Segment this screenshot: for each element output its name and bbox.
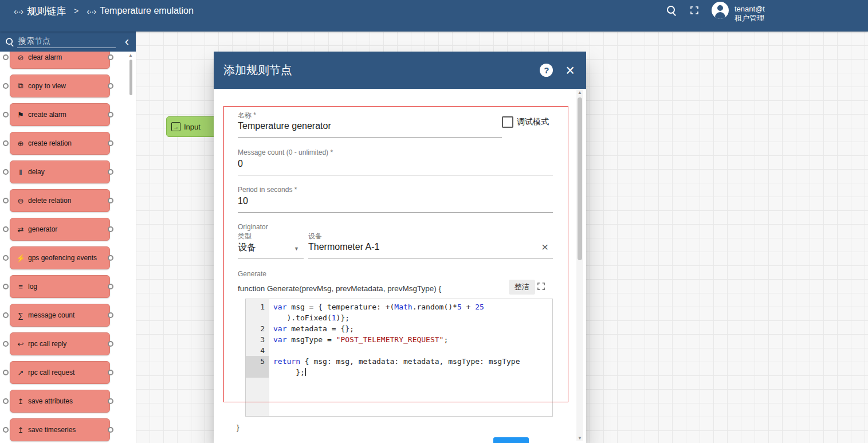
node-item-generator[interactable]: ⇄generator [0, 218, 136, 241]
node-input-port[interactable] [3, 255, 9, 261]
code-line[interactable]: }; [270, 367, 552, 378]
fullscreen-icon[interactable] [689, 5, 700, 15]
node-list-scrollbar[interactable]: ▲ [128, 53, 134, 440]
node-item-gps-geofencing-events[interactable]: ⚡gps geofencing events [0, 246, 136, 269]
node-label: message count [28, 311, 74, 319]
node-box[interactable]: ↗rpc call request [10, 361, 110, 384]
node-input-port[interactable] [3, 427, 9, 433]
period-input[interactable]: 10 [238, 196, 248, 206]
code-line[interactable]: var msgType = "POST_TELEMETRY_REQUEST"; [270, 334, 552, 345]
node-output-port[interactable] [108, 169, 113, 175]
node-item-create-relation[interactable]: ⊕create relation [0, 132, 136, 155]
node-item-message-count[interactable]: ∑message count [0, 304, 136, 327]
node-item-rpc-call-request[interactable]: ↗rpc call request [0, 361, 136, 384]
node-output-port[interactable] [108, 341, 113, 347]
search-icon[interactable] [666, 5, 677, 15]
node-box[interactable]: ⚡gps geofencing events [10, 246, 110, 269]
code-line[interactable]: var msg = { temperature: +(Math.random()… [270, 301, 552, 312]
node-box[interactable]: ‖delay [10, 160, 110, 183]
node-item-save-timeseries[interactable]: ↥save timeseries [0, 418, 136, 441]
node-item-save-attributes[interactable]: ↥save attributes [0, 390, 136, 413]
user-info[interactable]: tenant@t 租户管理 [735, 5, 766, 23]
node-box[interactable]: ⧉copy to view [10, 75, 110, 97]
node-box[interactable]: ⊖delete relation [10, 189, 110, 212]
node-input-port[interactable] [3, 341, 9, 347]
scroll-down-icon[interactable]: ▼ [578, 436, 582, 441]
originator-type-select[interactable]: 设备 [238, 242, 256, 254]
node-box[interactable]: ∑message count [10, 304, 110, 327]
node-input-port[interactable] [3, 398, 9, 404]
node-output-port[interactable] [108, 255, 113, 261]
code-line[interactable]: var metadata = {}; [270, 323, 552, 334]
code-lines[interactable]: var msg = { temperature: +(Math.random()… [270, 299, 552, 416]
code-line[interactable] [270, 345, 552, 356]
code-line[interactable]: ).toFixed(1)}; [270, 312, 552, 323]
node-output-port[interactable] [108, 427, 113, 433]
node-item-log[interactable]: ≡log [0, 275, 136, 298]
debug-mode-checkbox[interactable] [502, 116, 513, 128]
expand-editor-icon[interactable] [536, 281, 546, 291]
originator-type-label: 类型 [238, 232, 252, 241]
node-input-port[interactable] [3, 198, 9, 203]
node-box[interactable]: ≡log [10, 275, 110, 298]
node-input-port[interactable] [3, 312, 9, 318]
node-input-port[interactable] [3, 140, 9, 146]
node-box[interactable]: ⊕create relation [10, 132, 110, 155]
node-output-port[interactable] [108, 54, 113, 60]
scrollbar-thumb[interactable] [129, 60, 132, 95]
node-item-copy-to-view[interactable]: ⧉copy to view [0, 75, 136, 97]
code-line[interactable]: return { msg: msg, metadata: metadata, m… [270, 356, 552, 367]
node-item-clear-alarm[interactable]: ⊘clear alarm [0, 52, 136, 69]
scrollbar-thumb[interactable] [578, 97, 582, 260]
node-box[interactable]: ↥save attributes [10, 390, 110, 413]
node-box[interactable]: ↥save timeseries [10, 418, 110, 441]
node-input-port[interactable] [3, 226, 9, 232]
chevron-down-icon[interactable]: ▼ [294, 246, 299, 252]
tidy-button[interactable]: 整洁 [509, 280, 535, 295]
node-output-port[interactable] [108, 140, 113, 146]
node-input-port[interactable] [3, 83, 9, 89]
node-input-port[interactable] [3, 370, 9, 375]
node-item-delay[interactable]: ‖delay [0, 160, 136, 183]
node-output-port[interactable] [108, 83, 113, 89]
node-item-create-alarm[interactable]: ⚑create alarm [0, 103, 136, 126]
node-output-port[interactable] [108, 284, 113, 289]
breadcrumb-separator: > [74, 6, 78, 15]
device-input[interactable]: Thermometer A-1 [308, 242, 379, 252]
node-input-port[interactable] [3, 284, 9, 289]
node-item-delete-relation[interactable]: ⊖delete relation [0, 189, 136, 212]
node-label: generator [28, 225, 57, 233]
node-output-port[interactable] [108, 370, 113, 375]
dialog-scrollbar[interactable]: ▲ ▼ [576, 90, 583, 441]
message-count-label: Message count (0 - unlimited) * [238, 148, 333, 156]
code-editor[interactable]: 12345 var msg = { temperature: +(Math.ra… [245, 299, 553, 417]
node-box[interactable]: ⊘clear alarm [10, 52, 110, 69]
node-output-port[interactable] [108, 312, 113, 318]
scroll-up-icon[interactable]: ▲ [578, 90, 582, 95]
node-output-port[interactable] [108, 398, 113, 404]
node-output-port[interactable] [108, 226, 113, 232]
avatar[interactable] [712, 2, 729, 19]
node-box[interactable]: ⚑create alarm [10, 103, 110, 126]
node-output-port[interactable] [108, 112, 113, 117]
node-input-port[interactable] [3, 54, 9, 60]
message-count-input[interactable]: 0 [238, 159, 243, 169]
collapse-sidebar-icon[interactable]: ‹ [118, 36, 136, 48]
node-output-port[interactable] [108, 198, 113, 203]
debug-mode-label: 调试模式 [517, 117, 549, 127]
name-input[interactable]: Temperature generator [238, 121, 331, 131]
scroll-up-icon[interactable]: ▲ [128, 53, 133, 58]
add-button[interactable] [493, 437, 529, 443]
node-box[interactable]: ⇄generator [10, 218, 110, 241]
minus-circle-icon: ⊖ [15, 197, 26, 205]
clear-device-icon[interactable]: × [541, 242, 548, 252]
help-icon[interactable]: ? [540, 64, 553, 77]
close-icon[interactable]: × [565, 64, 575, 77]
node-box[interactable]: ↩rpc call reply [10, 332, 110, 355]
breadcrumb-rule-chain-library[interactable]: 规则链库 [27, 5, 66, 18]
message-count-underline [238, 175, 553, 175]
node-input-port[interactable] [3, 169, 9, 175]
node-input-port[interactable] [3, 112, 9, 117]
node-search-input[interactable] [17, 35, 116, 48]
node-item-rpc-call-reply[interactable]: ↩rpc call reply [0, 332, 136, 355]
